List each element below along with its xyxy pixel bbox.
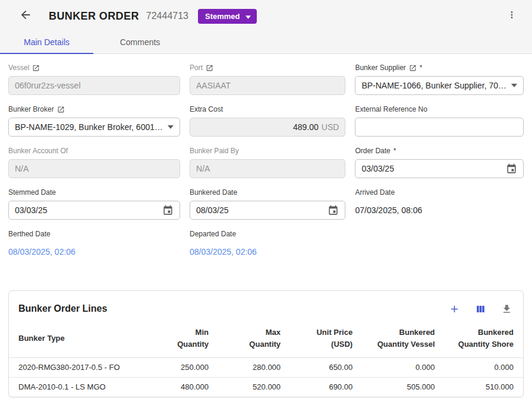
stemmed-date-field: Stemmed Date — [8, 188, 180, 220]
header-top-bar: BUNKER ORDER 72444713 Stemmed — [0, 0, 532, 32]
col-header-min-quantity: MinQuantity — [158, 324, 215, 358]
bunker-broker-field: Bunker Broker BP-NAME-1029, Bunker Broke… — [8, 105, 180, 137]
bunker-supplier-field: Bunker Supplier * BP-NAME-1066, Bunker S… — [355, 64, 524, 95]
extra-cost-label: Extra Cost — [190, 105, 223, 113]
external-link-icon[interactable] — [409, 64, 417, 72]
external-reference-field: External Reference No — [355, 105, 524, 137]
download-button[interactable] — [500, 303, 512, 315]
cell-bunkered-quantity-vessel: 505.000 — [358, 378, 440, 397]
bunker-broker-select[interactable]: BP-NAME-1029, Bunker Broker, 6001… — [8, 118, 180, 137]
kebab-menu-icon — [506, 10, 517, 23]
order-date-label: Order Date — [355, 147, 390, 155]
spacer-cell — [355, 230, 524, 257]
arrived-date-label: Arrived Date — [355, 188, 395, 197]
required-marker: * — [394, 147, 396, 155]
bunkered-date-field: Bunkered Date — [190, 188, 345, 220]
extra-cost-field: Extra Cost 489.00 USD — [190, 105, 345, 137]
columns-icon — [475, 303, 486, 315]
chevron-down-icon — [163, 125, 174, 129]
bunker-supplier-select[interactable]: BP-NAME-1066, Bunker Supplier, 70… — [355, 76, 524, 95]
bunker-paid-by-field: Bunker Paid By N/A — [190, 147, 345, 178]
page-title: BUNKER ORDER — [49, 10, 139, 23]
cell-bunkered-quantity-vessel: 0.000 — [358, 358, 440, 378]
table-header-row: Bunker Type MinQuantity MaxQuantity Unit… — [9, 324, 523, 358]
cell-bunker-type: 2020-RMG380-2017-0.5 - FO — [9, 358, 158, 378]
table-row[interactable]: 2020-RMG380-2017-0.5 - FO 250.000 280.00… — [9, 358, 523, 378]
arrived-date-value: 07/03/2025, 08:06 — [355, 201, 524, 215]
bunker-account-of-label: Bunker Account Of — [8, 147, 68, 155]
vessel-field: Vessel 06f0rur2zs-vessel — [8, 64, 180, 95]
more-options-button[interactable] — [505, 9, 519, 23]
bunker-paid-by-input: N/A — [190, 159, 345, 178]
back-button[interactable] — [18, 8, 33, 24]
calendar-icon[interactable] — [506, 163, 517, 175]
column-settings-button[interactable] — [474, 303, 486, 315]
chevron-down-icon — [506, 84, 517, 87]
departed-date-link[interactable]: 08/03/2025, 02:06 — [190, 242, 345, 257]
bunker-supplier-label: Bunker Supplier — [355, 64, 405, 72]
berthed-date-field: Berthed Date 08/03/2025, 02:06 — [8, 230, 180, 257]
currency-suffix: USD — [322, 122, 339, 132]
status-badge-dropdown[interactable]: Stemmed — [198, 9, 257, 24]
berthed-date-label: Berthed Date — [8, 230, 51, 238]
cell-min-quantity: 480.000 — [158, 378, 215, 397]
cell-unit-price: 690.00 — [287, 378, 358, 397]
required-marker: * — [420, 64, 423, 72]
bunkered-date-input[interactable] — [196, 205, 328, 215]
plus-icon — [449, 303, 460, 315]
bunker-order-lines-card: Bunker Order Lines Bunker Type MinQuanti… — [8, 290, 524, 397]
col-header-bunkered-quantity-shore: BunkeredQuantity Shore — [441, 324, 523, 358]
col-header-max-quantity: MaxQuantity — [215, 324, 287, 358]
tab-main-details[interactable]: Main Details — [0, 32, 93, 54]
bunker-paid-by-label: Bunker Paid By — [190, 147, 239, 155]
cell-unit-price: 650.00 — [287, 358, 358, 378]
arrow-left-icon — [19, 8, 32, 24]
bunker-broker-label: Bunker Broker — [8, 105, 54, 113]
calendar-icon[interactable] — [162, 205, 174, 216]
order-date-field: Order Date * — [355, 147, 524, 178]
calendar-icon[interactable] — [328, 205, 339, 216]
page-header: BUNKER ORDER 72444713 Stemmed Main Detai… — [0, 0, 532, 54]
cell-bunkered-quantity-shore: 0.000 — [441, 358, 523, 378]
port-input: AASIAAT — [190, 76, 345, 95]
berthed-date-link[interactable]: 08/03/2025, 02:06 — [8, 242, 180, 257]
col-header-bunkered-quantity-vessel: BunkeredQuantity Vessel — [358, 324, 440, 358]
main-details-form: Vessel 06f0rur2zs-vessel Port AASIAAT Bu… — [0, 54, 532, 267]
tab-comments[interactable]: Comments — [93, 32, 187, 54]
bunkered-date-label: Bunkered Date — [190, 188, 237, 197]
add-line-button[interactable] — [448, 303, 460, 315]
departed-date-label: Departed Date — [190, 230, 236, 238]
external-link-icon[interactable] — [32, 64, 40, 72]
chevron-down-icon — [245, 12, 251, 21]
vessel-input: 06f0rur2zs-vessel — [8, 76, 180, 95]
cell-max-quantity: 280.000 — [215, 358, 287, 378]
stemmed-date-input[interactable] — [15, 205, 162, 215]
external-link-icon[interactable] — [206, 64, 213, 72]
tab-bar: Main Details Comments — [0, 32, 532, 54]
stemmed-date-label: Stemmed Date — [8, 188, 56, 197]
port-label: Port — [190, 64, 203, 72]
departed-date-field: Departed Date 08/03/2025, 02:06 — [190, 230, 345, 257]
bunker-account-of-field: Bunker Account Of N/A — [8, 147, 180, 178]
external-reference-label: External Reference No — [355, 105, 427, 113]
bunker-account-of-input: N/A — [8, 159, 180, 178]
order-lines-table: Bunker Type MinQuantity MaxQuantity Unit… — [9, 324, 523, 397]
arrived-date-field: Arrived Date 07/03/2025, 08:06 — [355, 188, 524, 220]
order-number: 72444713 — [146, 11, 188, 21]
order-date-input[interactable] — [361, 164, 506, 173]
cell-bunkered-quantity-shore: 510.000 — [441, 378, 523, 397]
card-title: Bunker Order Lines — [18, 303, 107, 314]
download-icon — [501, 303, 512, 315]
col-header-bunker-type: Bunker Type — [9, 324, 158, 358]
extra-cost-input: 489.00 USD — [190, 118, 345, 137]
external-link-icon[interactable] — [57, 106, 65, 113]
cell-min-quantity: 250.000 — [158, 358, 215, 378]
port-field: Port AASIAAT — [190, 64, 345, 95]
external-reference-input[interactable] — [361, 122, 517, 132]
cell-max-quantity: 520.000 — [215, 378, 287, 397]
status-badge-label: Stemmed — [205, 12, 240, 21]
vessel-label: Vessel — [8, 64, 29, 72]
cell-bunker-type: DMA-2010-0.1 - LS MGO — [9, 378, 158, 397]
table-row[interactable]: DMA-2010-0.1 - LS MGO 480.000 520.000 69… — [9, 378, 523, 397]
col-header-unit-price: Unit Price(USD) — [287, 324, 358, 358]
